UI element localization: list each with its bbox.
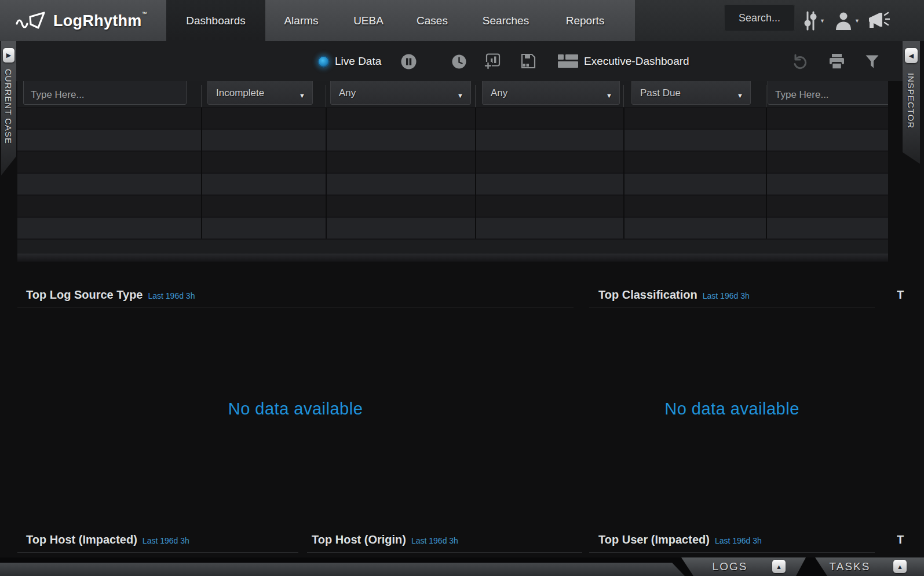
- filter-input-1[interactable]: [23, 81, 187, 105]
- clipped-widget-title: T: [897, 288, 919, 304]
- inspector-panel-tab[interactable]: ◀ INSPECTOR: [903, 41, 920, 164]
- tab-ueba[interactable]: UEBA: [337, 0, 400, 41]
- live-data-toggle[interactable]: Live Data: [317, 55, 381, 68]
- pause-button[interactable]: [401, 54, 417, 69]
- expand-logs-button[interactable]: ▲: [772, 560, 786, 573]
- clipped-widget-title: T: [897, 533, 919, 549]
- filter-any-dropdown-1[interactable]: Any ▼: [330, 81, 471, 105]
- table-row[interactable]: [17, 218, 888, 239]
- top-nav-bar: LogRhythm™ Dashboards Alarms UEBA Cases …: [0, 0, 924, 41]
- save-icon: [520, 53, 536, 69]
- announcements-button[interactable]: [867, 0, 890, 41]
- tasks-drawer-tab[interactable]: TASKS ▲: [805, 557, 924, 576]
- table-row[interactable]: [17, 196, 888, 217]
- print-button[interactable]: [828, 54, 845, 69]
- column-divider: [201, 108, 202, 239]
- tab-dashboards[interactable]: Dashboards: [166, 0, 265, 41]
- expand-tasks-button[interactable]: ▲: [893, 560, 907, 573]
- chevron-down-icon: ▼: [820, 18, 825, 24]
- logrhythm-logo-icon: [15, 10, 48, 31]
- horizontal-scrollbar-track[interactable]: [17, 240, 888, 254]
- add-widget-icon: [484, 53, 501, 69]
- brand-name: LogRhythm™: [53, 11, 147, 30]
- expand-inspector-button[interactable]: ◀: [905, 48, 918, 63]
- filter-button[interactable]: [865, 54, 879, 69]
- triangle-up-icon: ▲: [897, 563, 903, 570]
- dashboard-selector[interactable]: Executive-Dashboard: [558, 41, 689, 81]
- chevron-down-icon: ▼: [854, 18, 860, 24]
- widget-title-text: Top Host (Impacted): [26, 533, 137, 546]
- widget-time-range: Last 196d 3h: [715, 536, 762, 545]
- current-case-label: CURRENT CASE: [3, 69, 13, 144]
- table-row[interactable]: [17, 108, 888, 129]
- save-dashboard-button[interactable]: [520, 53, 536, 69]
- funnel-icon: [865, 54, 879, 69]
- column-divider: [623, 108, 624, 239]
- no-data-message: No data available: [17, 399, 574, 419]
- widget-title-top-host-origin: Top Host (Origin)Last 196d 3h: [312, 533, 458, 546]
- logs-label: LOGS: [698, 560, 762, 573]
- logs-drawer-tab[interactable]: LOGS ▲: [666, 557, 808, 576]
- time-range-button[interactable]: [452, 54, 466, 69]
- add-widget-button[interactable]: [484, 53, 501, 69]
- logrhythm-dashboard: LogRhythm™ Dashboards Alarms UEBA Cases …: [0, 0, 924, 576]
- widget-time-range: Last 196d 3h: [148, 291, 195, 300]
- live-data-label: Live Data: [335, 55, 381, 68]
- triangle-up-icon: ▲: [776, 563, 782, 570]
- tab-searches[interactable]: Searches: [465, 0, 547, 41]
- trademark: ™: [142, 11, 147, 17]
- table-filter-row: Incomplete ▼ Any ▼ Any ▼ Past Due ▼: [17, 81, 888, 107]
- column-divider: [475, 85, 476, 107]
- pause-icon: [401, 54, 417, 69]
- bottom-dock-bar: LOGS ▲ TASKS ▲: [0, 557, 924, 576]
- table-bottom-edge: [17, 254, 888, 262]
- settings-sliders-button[interactable]: ▼: [803, 0, 825, 41]
- widget-title-top-host-impacted: Top Host (Impacted)Last 196d 3h: [26, 533, 189, 546]
- filter-due-dropdown[interactable]: Past Due ▼: [631, 81, 751, 105]
- filter-any-value-1: Any: [339, 87, 356, 99]
- filter-any-dropdown-2[interactable]: Any ▼: [482, 81, 620, 105]
- no-data-message: No data available: [589, 399, 875, 419]
- table-row[interactable]: [17, 130, 888, 151]
- widget-divider: [589, 552, 875, 553]
- widget-divider: [307, 552, 582, 553]
- user-menu-button[interactable]: ▼: [834, 0, 860, 41]
- widget-divider: [17, 552, 298, 553]
- widget-title-top-user-impacted: Top User (Impacted)Last 196d 3h: [598, 533, 762, 546]
- filter-status-value: Incomplete: [216, 87, 264, 99]
- filter-any-value-2: Any: [491, 87, 507, 99]
- tasks-label: TASKS: [821, 560, 879, 573]
- table-body: [17, 108, 888, 240]
- cases-table: Incomplete ▼ Any ▼ Any ▼ Past Due ▼: [17, 81, 888, 262]
- clock-icon: [452, 54, 466, 69]
- tab-reports[interactable]: Reports: [547, 0, 623, 41]
- triangle-left-icon: ◀: [909, 52, 914, 60]
- caret-down-icon: ▼: [606, 92, 612, 99]
- filter-status-dropdown[interactable]: Incomplete ▼: [207, 81, 313, 105]
- widget-title-text: Top Log Source Type: [26, 288, 143, 301]
- table-row[interactable]: [17, 174, 888, 195]
- widget-divider: [17, 307, 574, 307]
- filter-input-2[interactable]: [768, 81, 888, 105]
- logrhythm-logo[interactable]: LogRhythm™: [0, 0, 166, 41]
- filter-due-value: Past Due: [640, 87, 681, 99]
- search-button[interactable]: Search...: [724, 5, 795, 31]
- triangle-right-icon: ▶: [6, 52, 11, 59]
- widget-time-range: Last 196d 3h: [143, 536, 189, 545]
- megaphone-icon: [867, 11, 890, 31]
- expand-current-case-button[interactable]: ▶: [3, 48, 14, 63]
- widget-title-text: T: [897, 533, 904, 546]
- undo-button[interactable]: [792, 53, 809, 69]
- tab-alarms[interactable]: Alarms: [265, 0, 337, 41]
- dashboard-layout-icon: [558, 54, 578, 68]
- column-divider: [766, 85, 766, 107]
- undo-icon: [792, 53, 809, 69]
- table-row[interactable]: [17, 152, 888, 173]
- current-case-panel-tab[interactable]: ▶ CURRENT CASE: [1, 41, 16, 175]
- tab-cases[interactable]: Cases: [400, 0, 465, 41]
- caret-down-icon: ▼: [457, 92, 463, 99]
- dashboard-toolbar: Live Data: [0, 41, 924, 81]
- bottom-bar-left-segment[interactable]: [0, 563, 685, 576]
- column-divider: [201, 85, 202, 107]
- widget-title-text: Top Host (Origin): [312, 533, 406, 546]
